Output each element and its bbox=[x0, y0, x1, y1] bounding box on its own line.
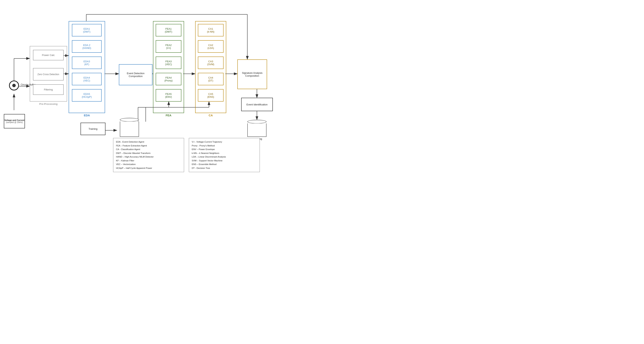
legend-left-item-7: HCApP – Half Cycle Apparent Power bbox=[116, 166, 181, 170]
fea5-line1: FEA5 bbox=[166, 93, 172, 95]
legend-right-item-6: ENS – Ensemble Method bbox=[192, 163, 257, 166]
fea2-line1: FEA2 bbox=[166, 44, 172, 46]
eda3-line1: EDA3 bbox=[84, 60, 90, 63]
ca2-line2: (LDA) bbox=[208, 46, 214, 49]
legend-left-box: EDA - Event Detection Agent FEA – Featur… bbox=[113, 138, 184, 172]
ca3-box: CA3 (SVM) bbox=[198, 56, 224, 69]
eda1-box: EDA1 (DWT) bbox=[72, 24, 102, 36]
cyl-top bbox=[247, 120, 266, 124]
signature-analysis-box: Signature Analysis Composition bbox=[237, 59, 267, 89]
event-identification-label: Event Identification bbox=[246, 103, 268, 106]
eda5-box: EDA5 (HCApP) bbox=[72, 89, 102, 102]
fea4-box: FEA4 (Prony) bbox=[156, 73, 181, 85]
event-detection-label: Event Detection Composition bbox=[119, 70, 152, 79]
legend-right-item-0: V-I - Voltage-Current Trajectory bbox=[192, 140, 257, 144]
event-log-cylinder: Event Log bbox=[247, 120, 266, 140]
training-label: Training bbox=[88, 127, 98, 130]
legend-left-item-1: FEA – Feature Extraction Agent bbox=[116, 144, 181, 148]
voltage-current-sublabel: (sampled @ 15kHz) bbox=[6, 121, 23, 123]
training-box: Training bbox=[80, 123, 106, 135]
voltage-current-box: Voltage and Current (sampled @ 15kHz) bbox=[4, 114, 25, 128]
ca4-line2: (DT) bbox=[208, 79, 213, 82]
features-cyl-top bbox=[120, 118, 139, 122]
circular-buffer-icon bbox=[9, 80, 19, 90]
legend-left-item-6: VEC – Vectorization bbox=[116, 163, 181, 166]
ca1-line2: (k-NN) bbox=[207, 30, 214, 33]
ca1-line1: CA1 bbox=[208, 27, 213, 30]
legend-right-box: V-I - Voltage-Current Trajectory Prony -… bbox=[189, 138, 260, 172]
signature-analysis-label: Signature Analysis Composition bbox=[238, 70, 267, 79]
zero-cross-box: Zero Cross Detection bbox=[33, 68, 64, 80]
fea2-box: FEA2 (V-I) bbox=[156, 40, 181, 53]
ca3-line2: (SVM) bbox=[207, 63, 214, 66]
eda5-line2: (HCApP) bbox=[82, 95, 92, 98]
legend-right-item-7: DT - Decision Tree bbox=[192, 166, 257, 170]
legend-right-item-4: LDA – Linear Discriminant Analysis bbox=[192, 155, 257, 159]
legend-left-item-3: DWT – Discrete Wavelet Transform bbox=[116, 151, 181, 155]
fea3-line1: FEA3 bbox=[166, 60, 172, 63]
power-calc-box: Power Calc bbox=[33, 50, 64, 60]
legend-right-item-5: SVM – Support Vector Machine bbox=[192, 159, 257, 163]
eda3-line2: (KF) bbox=[84, 63, 89, 66]
eda4-box: EDA4 (VEC) bbox=[72, 73, 102, 85]
legend-left-item-5: KF – Kalman Filter bbox=[116, 159, 181, 163]
fea-group-label: FEA bbox=[166, 114, 172, 117]
ca3-line1: CA3 bbox=[208, 60, 213, 63]
fea5-line2: (ENV) bbox=[165, 95, 172, 98]
fea1-line1: FEA1 bbox=[166, 27, 172, 30]
power-calc-label: Power Calc bbox=[42, 54, 55, 56]
ca4-box: CA4 (DT) bbox=[198, 73, 224, 85]
eda2-line2: (HAND) bbox=[82, 46, 91, 49]
eda5-line1: EDA5 bbox=[84, 93, 90, 95]
legend-left-item-2: CA - Classification Agent bbox=[116, 148, 181, 151]
fea4-line1: FEA4 bbox=[166, 76, 172, 79]
preprocessing-label: Pre-Processing bbox=[39, 102, 58, 105]
legend-left-item-4: HAND – High Accuracy NILM Detector bbox=[116, 155, 181, 159]
event-identification-box: Event Identification bbox=[241, 98, 273, 111]
fea1-box: FEA1 (DWT) bbox=[156, 24, 181, 36]
ca5-line1: CA5 bbox=[208, 93, 213, 95]
eda1-line2: (DWT) bbox=[83, 30, 90, 33]
fea3-box: FEA3 (VEC) bbox=[156, 56, 181, 69]
ca4-line1: CA4 bbox=[208, 76, 213, 79]
eda-group-label: EDA bbox=[84, 114, 90, 117]
legend-right-item-3: k-NN – k Nearest Neighbors bbox=[192, 151, 257, 155]
ca5-box: CA5 (ENS) bbox=[198, 89, 224, 102]
fea4-line2: (Prony) bbox=[164, 79, 173, 82]
legend-right-item-1: Prony - Prony's Method bbox=[192, 144, 257, 148]
fea2-line2: (V-I) bbox=[166, 46, 171, 49]
diagram: Voltage and Current (sampled @ 15kHz) Ci… bbox=[0, 0, 322, 172]
ca-group-label: CA bbox=[208, 114, 213, 117]
eda4-line2: (VEC) bbox=[84, 79, 90, 82]
ca5-line2: (ENS) bbox=[207, 95, 214, 98]
fea3-line2: (VEC) bbox=[165, 63, 172, 66]
filtering-label: Filtering bbox=[44, 88, 53, 91]
ca1-box: CA1 (k-NN) bbox=[198, 24, 224, 36]
features-cyl-body bbox=[120, 121, 139, 137]
fea1-line2: (DWT) bbox=[165, 30, 172, 33]
cyl-body bbox=[247, 123, 266, 137]
eda2-box: EDA 2 (HAND) bbox=[72, 40, 102, 53]
ca2-line1: CA2 bbox=[208, 44, 213, 46]
event-detection-box: Event Detection Composition bbox=[119, 64, 152, 85]
eda4-line1: EDA4 bbox=[84, 76, 90, 79]
ca2-box: CA2 (LDA) bbox=[198, 40, 224, 53]
eda2-line1: EDA 2 bbox=[83, 44, 90, 46]
eda3-box: EDA3 (KF) bbox=[72, 56, 102, 69]
eda1-line1: EDA1 bbox=[84, 27, 90, 30]
legend-right-item-2: ENV – Power Envelope bbox=[192, 148, 257, 151]
fea5-box: FEA5 (ENV) bbox=[156, 89, 181, 102]
legend-left-item-0: EDA - Event Detection Agent bbox=[116, 140, 181, 144]
zero-cross-label: Zero Cross Detection bbox=[38, 73, 59, 76]
voltage-current-label: Voltage and Current bbox=[4, 119, 24, 121]
filtering-box: Filtering bbox=[33, 84, 64, 95]
